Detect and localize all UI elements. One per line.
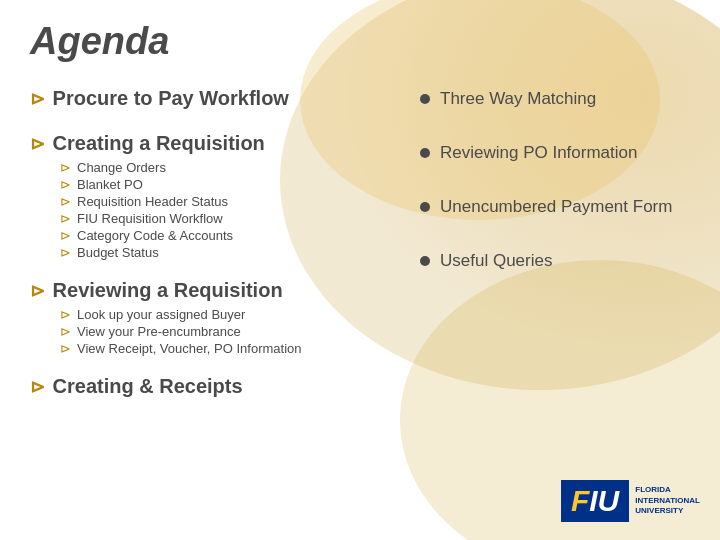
fiu-university-text: FLORIDA INTERNATIONAL UNIVERSITY	[635, 485, 700, 516]
section-procure: ⊳ Procure to Pay Workflow	[30, 79, 410, 114]
arrow-icon-creating: ⊳	[30, 134, 45, 154]
bullet-dot-4	[420, 256, 430, 266]
arrow-icon-reviewing: ⊳	[30, 281, 45, 301]
section-reviewing: ⊳ Reviewing a Requisition Look up your a…	[30, 271, 410, 357]
bullet-three-way: Three Way Matching	[420, 89, 690, 109]
section-heading-receipts: ⊳ Creating & Receipts	[30, 375, 410, 398]
bullet-unencumbered: Unencumbered Payment Form	[420, 197, 690, 217]
left-column: ⊳ Procure to Pay Workflow ⊳ Creating a R…	[30, 79, 410, 520]
subitem-pre-encumbrance: View your Pre-encumbrance	[60, 323, 410, 340]
page-title: Agenda	[30, 20, 690, 63]
bullet-reviewing-po: Reviewing PO Information	[420, 143, 690, 163]
arrow-icon-procure: ⊳	[30, 89, 45, 109]
fiu-logo-box: F IU	[561, 480, 629, 522]
subitem-req-header-status: Requisition Header Status	[60, 193, 410, 210]
section-heading-creating: ⊳ Creating a Requisition	[30, 132, 410, 155]
section-creating: ⊳ Creating a Requisition Change Orders B…	[30, 124, 410, 261]
arrow-icon-receipts: ⊳	[30, 377, 45, 397]
subitem-blanket-po: Blanket PO	[60, 176, 410, 193]
subitem-view-receipt: View Receipt, Voucher, PO Information	[60, 340, 410, 357]
subitem-lookup-buyer: Look up your assigned Buyer	[60, 306, 410, 323]
subitem-change-orders: Change Orders	[60, 159, 410, 176]
fiu-logo: F IU FLORIDA INTERNATIONAL UNIVERSITY	[561, 480, 700, 522]
subitem-budget-status: Budget Status	[60, 244, 410, 261]
bullet-dot-3	[420, 202, 430, 212]
section-receipts: ⊳ Creating & Receipts	[30, 367, 410, 402]
bullet-dot-1	[420, 94, 430, 104]
bullet-dot-2	[420, 148, 430, 158]
subitem-fiu-req-workflow: FIU Requisition Workflow	[60, 210, 410, 227]
subitem-category-code: Category Code & Accounts	[60, 227, 410, 244]
bullet-useful-queries: Useful Queries	[420, 251, 690, 271]
right-column: Three Way Matching Reviewing PO Informat…	[420, 79, 690, 520]
fiu-letters-iu: IU	[589, 484, 619, 518]
slide: Agenda ⊳ Procure to Pay Workflow ⊳ Creat…	[0, 0, 720, 540]
section-heading-reviewing: ⊳ Reviewing a Requisition	[30, 279, 410, 302]
section-heading-procure: ⊳ Procure to Pay Workflow	[30, 87, 410, 110]
fiu-letters: F	[571, 484, 589, 518]
